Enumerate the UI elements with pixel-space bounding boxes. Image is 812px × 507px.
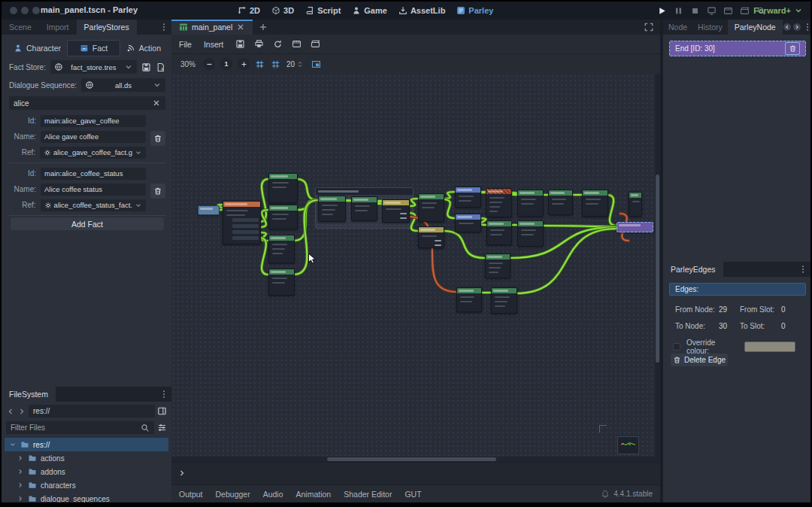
save-store-icon[interactable] [141,62,151,72]
edges-header[interactable]: Edges: [669,283,806,296]
refresh-icon[interactable] [273,39,283,49]
graph-minimap[interactable] [617,436,639,454]
graph-node-green[interactable] [486,220,512,245]
main-menu-parley[interactable]: Parley [456,6,493,15]
show-grid-icon[interactable] [271,59,280,69]
inspector-forward-icon[interactable] [792,23,801,32]
graph-node-green[interactable] [548,190,573,215]
tab-main-panel[interactable]: main_panel [171,20,253,35]
graph-node-olive[interactable] [418,226,444,248]
pause-icon[interactable] [674,6,683,16]
dock-menu-icon[interactable] [159,22,168,32]
movie-icon[interactable] [723,6,733,16]
zoom-out-button[interactable] [203,58,215,70]
graph-node-start[interactable] [198,205,220,215]
update-bell-icon[interactable] [601,490,610,499]
new-tab-icon[interactable] [259,23,268,32]
fact-store-dropdown[interactable]: fact_store.tres [50,60,137,74]
store-tab-fact[interactable]: Fact [67,40,120,56]
clapper-icon[interactable] [311,39,320,49]
fact-search-input[interactable]: alice [9,96,165,110]
grid-size-value[interactable]: 20 [286,60,295,68]
graph-node-green[interactable] [268,173,298,203]
tab-scene[interactable]: Scene [2,20,39,35]
v-scrollbar-thumb[interactable] [656,175,659,363]
graph-node-green[interactable] [491,287,517,314]
fact-name-field[interactable]: Alice gave coffee [41,131,146,143]
delete-edge-button[interactable]: Delete Edge [671,354,728,366]
zoom-reset-button[interactable]: 1 [220,58,232,70]
split-mode-icon[interactable] [157,406,167,416]
delete-fact-button[interactable] [150,131,165,146]
graph-node-olive[interactable] [382,199,410,223]
bottom-panel-gut[interactable]: GUT [404,490,421,499]
graph-node-striped[interactable] [486,188,512,217]
monitor-icon[interactable] [707,6,717,16]
fs-tree-item-dialogue_sequences[interactable]: dialogue_sequences [5,492,168,502]
fs-filter-input[interactable]: Filter Files [6,421,154,434]
h-scrollbar-thumb[interactable] [327,457,496,461]
tab-filesystem[interactable]: FileSystem [2,387,56,402]
bottom-panel-animation[interactable]: Animation [296,490,332,499]
renderer-select[interactable]: Forward+ [753,2,803,20]
store-tab-character[interactable]: Character [8,41,67,56]
tab-parleystores[interactable]: ParleyStores [77,20,137,35]
traffic-light-zoom[interactable] [32,7,40,14]
colour-swatch[interactable] [744,342,795,352]
snap-grid-icon[interactable] [255,59,265,69]
override-colour-checkbox[interactable] [672,342,681,351]
chevron-right-icon[interactable] [17,495,24,502]
distraction-free-icon[interactable] [644,22,654,32]
graph-node-green[interactable] [485,254,511,278]
chevron-right-icon[interactable] [17,481,24,489]
graph-node-green[interactable] [318,196,346,222]
fs-tree-item-actions[interactable]: actions [5,451,168,465]
bottom-panel-output[interactable]: Output [179,490,203,499]
graph-node-green[interactable] [351,196,377,221]
graph-canvas[interactable] [171,74,660,462]
graph-node-green[interactable] [517,220,544,247]
graph-node-green[interactable] [268,235,295,263]
add-fact-button[interactable]: Add Fact [11,217,164,230]
graph-node-green[interactable] [268,205,298,229]
dialogue-sequence-dropdown[interactable]: all.ds [81,78,165,92]
selected-node-row[interactable]: End [ID: 30] [669,41,806,56]
fs-tree-item-res[interactable]: res:// [5,438,168,451]
fact-ref-dropdown[interactable]: alice_coffee_status_fact. [41,199,146,211]
chevron-down-icon[interactable] [9,441,17,448]
tab-history[interactable]: History [692,20,728,35]
fact-id-field[interactable]: main:alice_gave_coffee [41,115,146,127]
main-menu-assetlib[interactable]: AssetLib [398,6,445,15]
minimap-toggle-icon[interactable] [311,59,321,69]
close-tab-icon[interactable] [236,23,245,32]
bottom-panel-debugger[interactable]: Debugger [216,490,250,499]
dock-menu-icon[interactable] [803,22,812,32]
clapper-icon[interactable] [740,6,750,16]
graph-node-green[interactable] [629,192,642,217]
tab-parleyedges[interactable]: ParleyEdges [663,262,723,277]
traffic-light-close[interactable] [10,7,17,14]
delete-node-button[interactable] [785,42,800,55]
fs-path-field[interactable]: res:// [29,405,155,417]
main-menu-3d[interactable]: 3D [271,6,294,15]
stop-icon[interactable] [690,6,700,16]
sort-options-icon[interactable] [157,423,167,433]
expand-bottom-panel-icon[interactable] [177,469,186,478]
chevron-right-icon[interactable] [17,468,24,475]
fs-tree-item-addons[interactable]: addons [5,465,168,478]
dock-menu-icon[interactable] [159,389,168,399]
history-back-icon[interactable] [6,407,15,416]
graph-node-green[interactable] [582,190,608,217]
dock-menu-icon[interactable] [798,264,807,275]
graph-node-green[interactable] [268,269,295,296]
tab-node[interactable]: Node [663,20,692,35]
new-resource-icon[interactable] [156,62,165,72]
graph-node-blue[interactable] [455,214,481,232]
fact-ref-dropdown[interactable]: alice_gave_coffee_fact.g [40,147,146,159]
fs-tree-item-characters[interactable]: characters [5,478,168,492]
chevron-right-icon[interactable] [17,454,24,462]
fact-name-field[interactable]: Alice coffee status [41,184,146,196]
bottom-panel-shader-editor[interactable]: Shader Editor [344,490,392,499]
history-forward-icon[interactable] [17,407,26,416]
main-menu-script[interactable]: Script [305,6,341,15]
